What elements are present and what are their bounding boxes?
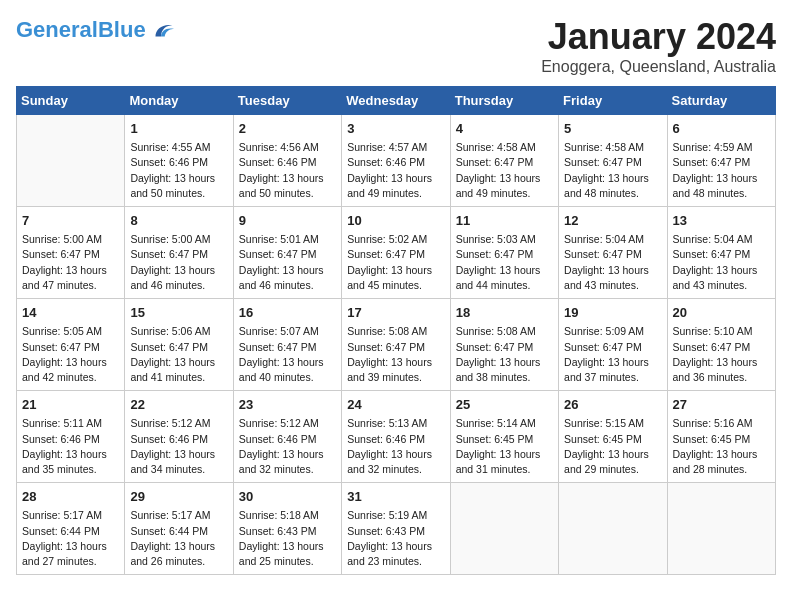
day-info: Sunrise: 5:12 AM Sunset: 6:46 PM Dayligh… bbox=[239, 416, 336, 477]
day-number: 20 bbox=[673, 304, 770, 322]
day-info: Sunrise: 5:02 AM Sunset: 6:47 PM Dayligh… bbox=[347, 232, 444, 293]
day-info: Sunrise: 5:06 AM Sunset: 6:47 PM Dayligh… bbox=[130, 324, 227, 385]
calendar-cell: 20Sunrise: 5:10 AM Sunset: 6:47 PM Dayli… bbox=[667, 299, 775, 391]
calendar-week-1: 1Sunrise: 4:55 AM Sunset: 6:46 PM Daylig… bbox=[17, 115, 776, 207]
day-number: 1 bbox=[130, 120, 227, 138]
calendar-cell: 18Sunrise: 5:08 AM Sunset: 6:47 PM Dayli… bbox=[450, 299, 558, 391]
day-info: Sunrise: 4:59 AM Sunset: 6:47 PM Dayligh… bbox=[673, 140, 770, 201]
day-number: 18 bbox=[456, 304, 553, 322]
day-number: 22 bbox=[130, 396, 227, 414]
calendar-cell: 19Sunrise: 5:09 AM Sunset: 6:47 PM Dayli… bbox=[559, 299, 667, 391]
day-number: 28 bbox=[22, 488, 119, 506]
weekday-header-thursday: Thursday bbox=[450, 87, 558, 115]
logo-icon bbox=[148, 16, 176, 44]
day-info: Sunrise: 5:16 AM Sunset: 6:45 PM Dayligh… bbox=[673, 416, 770, 477]
day-number: 8 bbox=[130, 212, 227, 230]
calendar-cell: 4Sunrise: 4:58 AM Sunset: 6:47 PM Daylig… bbox=[450, 115, 558, 207]
subtitle: Enoggera, Queensland, Australia bbox=[541, 58, 776, 76]
calendar-cell: 1Sunrise: 4:55 AM Sunset: 6:46 PM Daylig… bbox=[125, 115, 233, 207]
title-area: January 2024 Enoggera, Queensland, Austr… bbox=[541, 16, 776, 76]
day-info: Sunrise: 5:12 AM Sunset: 6:46 PM Dayligh… bbox=[130, 416, 227, 477]
day-number: 3 bbox=[347, 120, 444, 138]
calendar: SundayMondayTuesdayWednesdayThursdayFrid… bbox=[16, 86, 776, 575]
main-title: January 2024 bbox=[541, 16, 776, 58]
calendar-cell: 7Sunrise: 5:00 AM Sunset: 6:47 PM Daylig… bbox=[17, 207, 125, 299]
calendar-cell: 14Sunrise: 5:05 AM Sunset: 6:47 PM Dayli… bbox=[17, 299, 125, 391]
day-number: 14 bbox=[22, 304, 119, 322]
weekday-header-sunday: Sunday bbox=[17, 87, 125, 115]
calendar-cell: 2Sunrise: 4:56 AM Sunset: 6:46 PM Daylig… bbox=[233, 115, 341, 207]
calendar-cell: 15Sunrise: 5:06 AM Sunset: 6:47 PM Dayli… bbox=[125, 299, 233, 391]
calendar-cell: 24Sunrise: 5:13 AM Sunset: 6:46 PM Dayli… bbox=[342, 391, 450, 483]
calendar-cell: 26Sunrise: 5:15 AM Sunset: 6:45 PM Dayli… bbox=[559, 391, 667, 483]
day-info: Sunrise: 5:17 AM Sunset: 6:44 PM Dayligh… bbox=[130, 508, 227, 569]
day-info: Sunrise: 5:11 AM Sunset: 6:46 PM Dayligh… bbox=[22, 416, 119, 477]
day-info: Sunrise: 4:55 AM Sunset: 6:46 PM Dayligh… bbox=[130, 140, 227, 201]
calendar-cell: 27Sunrise: 5:16 AM Sunset: 6:45 PM Dayli… bbox=[667, 391, 775, 483]
day-number: 19 bbox=[564, 304, 661, 322]
day-info: Sunrise: 5:17 AM Sunset: 6:44 PM Dayligh… bbox=[22, 508, 119, 569]
calendar-cell: 28Sunrise: 5:17 AM Sunset: 6:44 PM Dayli… bbox=[17, 483, 125, 575]
day-info: Sunrise: 5:13 AM Sunset: 6:46 PM Dayligh… bbox=[347, 416, 444, 477]
day-info: Sunrise: 5:00 AM Sunset: 6:47 PM Dayligh… bbox=[22, 232, 119, 293]
calendar-cell bbox=[450, 483, 558, 575]
calendar-cell bbox=[667, 483, 775, 575]
weekday-header-saturday: Saturday bbox=[667, 87, 775, 115]
day-number: 31 bbox=[347, 488, 444, 506]
calendar-cell: 17Sunrise: 5:08 AM Sunset: 6:47 PM Dayli… bbox=[342, 299, 450, 391]
day-info: Sunrise: 5:09 AM Sunset: 6:47 PM Dayligh… bbox=[564, 324, 661, 385]
day-info: Sunrise: 5:05 AM Sunset: 6:47 PM Dayligh… bbox=[22, 324, 119, 385]
day-info: Sunrise: 5:19 AM Sunset: 6:43 PM Dayligh… bbox=[347, 508, 444, 569]
calendar-header: SundayMondayTuesdayWednesdayThursdayFrid… bbox=[17, 87, 776, 115]
day-info: Sunrise: 5:04 AM Sunset: 6:47 PM Dayligh… bbox=[673, 232, 770, 293]
weekday-header-friday: Friday bbox=[559, 87, 667, 115]
day-number: 16 bbox=[239, 304, 336, 322]
calendar-cell: 29Sunrise: 5:17 AM Sunset: 6:44 PM Dayli… bbox=[125, 483, 233, 575]
calendar-week-5: 28Sunrise: 5:17 AM Sunset: 6:44 PM Dayli… bbox=[17, 483, 776, 575]
day-info: Sunrise: 5:08 AM Sunset: 6:47 PM Dayligh… bbox=[456, 324, 553, 385]
calendar-cell: 10Sunrise: 5:02 AM Sunset: 6:47 PM Dayli… bbox=[342, 207, 450, 299]
day-info: Sunrise: 4:58 AM Sunset: 6:47 PM Dayligh… bbox=[564, 140, 661, 201]
day-number: 7 bbox=[22, 212, 119, 230]
weekday-header-monday: Monday bbox=[125, 87, 233, 115]
day-number: 5 bbox=[564, 120, 661, 138]
logo-blue: Blue bbox=[98, 17, 146, 42]
weekday-header-row: SundayMondayTuesdayWednesdayThursdayFrid… bbox=[17, 87, 776, 115]
day-number: 29 bbox=[130, 488, 227, 506]
calendar-cell bbox=[559, 483, 667, 575]
day-info: Sunrise: 5:14 AM Sunset: 6:45 PM Dayligh… bbox=[456, 416, 553, 477]
day-info: Sunrise: 5:18 AM Sunset: 6:43 PM Dayligh… bbox=[239, 508, 336, 569]
day-number: 10 bbox=[347, 212, 444, 230]
calendar-cell: 21Sunrise: 5:11 AM Sunset: 6:46 PM Dayli… bbox=[17, 391, 125, 483]
calendar-cell: 25Sunrise: 5:14 AM Sunset: 6:45 PM Dayli… bbox=[450, 391, 558, 483]
day-number: 21 bbox=[22, 396, 119, 414]
calendar-cell bbox=[17, 115, 125, 207]
day-number: 30 bbox=[239, 488, 336, 506]
weekday-header-wednesday: Wednesday bbox=[342, 87, 450, 115]
calendar-body: 1Sunrise: 4:55 AM Sunset: 6:46 PM Daylig… bbox=[17, 115, 776, 575]
calendar-cell: 9Sunrise: 5:01 AM Sunset: 6:47 PM Daylig… bbox=[233, 207, 341, 299]
calendar-cell: 22Sunrise: 5:12 AM Sunset: 6:46 PM Dayli… bbox=[125, 391, 233, 483]
day-info: Sunrise: 5:15 AM Sunset: 6:45 PM Dayligh… bbox=[564, 416, 661, 477]
day-info: Sunrise: 5:03 AM Sunset: 6:47 PM Dayligh… bbox=[456, 232, 553, 293]
calendar-cell: 23Sunrise: 5:12 AM Sunset: 6:46 PM Dayli… bbox=[233, 391, 341, 483]
day-number: 2 bbox=[239, 120, 336, 138]
calendar-cell: 12Sunrise: 5:04 AM Sunset: 6:47 PM Dayli… bbox=[559, 207, 667, 299]
day-info: Sunrise: 4:58 AM Sunset: 6:47 PM Dayligh… bbox=[456, 140, 553, 201]
weekday-header-tuesday: Tuesday bbox=[233, 87, 341, 115]
calendar-cell: 30Sunrise: 5:18 AM Sunset: 6:43 PM Dayli… bbox=[233, 483, 341, 575]
calendar-cell: 16Sunrise: 5:07 AM Sunset: 6:47 PM Dayli… bbox=[233, 299, 341, 391]
header: GeneralBlue January 2024 Enoggera, Queen… bbox=[16, 16, 776, 76]
calendar-cell: 8Sunrise: 5:00 AM Sunset: 6:47 PM Daylig… bbox=[125, 207, 233, 299]
calendar-cell: 5Sunrise: 4:58 AM Sunset: 6:47 PM Daylig… bbox=[559, 115, 667, 207]
calendar-week-3: 14Sunrise: 5:05 AM Sunset: 6:47 PM Dayli… bbox=[17, 299, 776, 391]
day-number: 23 bbox=[239, 396, 336, 414]
day-number: 27 bbox=[673, 396, 770, 414]
calendar-week-2: 7Sunrise: 5:00 AM Sunset: 6:47 PM Daylig… bbox=[17, 207, 776, 299]
day-info: Sunrise: 5:01 AM Sunset: 6:47 PM Dayligh… bbox=[239, 232, 336, 293]
day-number: 13 bbox=[673, 212, 770, 230]
day-info: Sunrise: 5:10 AM Sunset: 6:47 PM Dayligh… bbox=[673, 324, 770, 385]
logo-text: GeneralBlue bbox=[16, 18, 146, 42]
day-number: 11 bbox=[456, 212, 553, 230]
day-number: 6 bbox=[673, 120, 770, 138]
